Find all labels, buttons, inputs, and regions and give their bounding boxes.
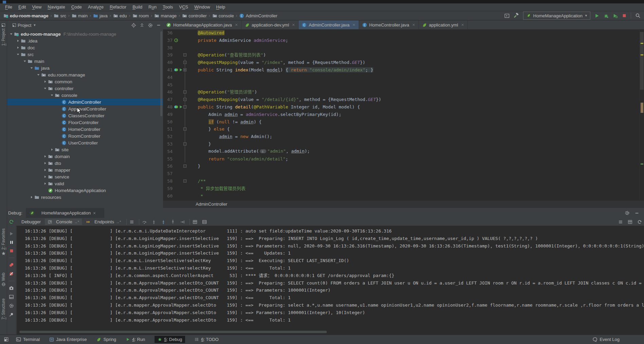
editor-area[interactable]: HomeManageApplication.javaapplication-de… bbox=[163, 20, 644, 208]
run-with-coverage-button[interactable] bbox=[613, 13, 618, 18]
menu-navigate[interactable]: Navigate bbox=[44, 3, 68, 11]
tree-item-.idea[interactable]: .idea bbox=[7, 37, 163, 44]
menu-tools[interactable]: Tools bbox=[160, 3, 176, 11]
gutter[interactable] bbox=[173, 105, 183, 109]
stop-button[interactable] bbox=[622, 13, 627, 18]
tree-item-HomeManageApplication[interactable]: HomeManageApplication bbox=[7, 187, 163, 194]
breadcrumb-item[interactable]: console bbox=[212, 13, 234, 18]
breadcrumb-item[interactable]: edu-room-manage bbox=[3, 13, 48, 18]
statusbar-Spring[interactable]: Spring bbox=[96, 337, 116, 342]
step-over-button[interactable] bbox=[142, 220, 147, 224]
mute-breakpoints-button[interactable] bbox=[9, 271, 14, 276]
statusbar-Java Enterprise[interactable]: Java Enterprise bbox=[49, 337, 87, 342]
close-icon[interactable] bbox=[461, 23, 464, 27]
tree-item-service[interactable]: service bbox=[7, 173, 163, 180]
tree-item-edu.room.manage[interactable]: edu.room.manage bbox=[7, 71, 163, 78]
tree-item-domain[interactable]: domain bbox=[7, 153, 163, 160]
chevron-down-icon[interactable]: ▼ bbox=[33, 23, 36, 27]
tree-item-dto[interactable]: dto bbox=[7, 160, 163, 167]
stripe-mark[interactable] bbox=[641, 164, 643, 165]
build-hammer-icon[interactable] bbox=[514, 13, 519, 18]
editor-tab-HomeManageApplication.java[interactable]: HomeManageApplication.java bbox=[163, 20, 242, 29]
view-table-icon[interactable] bbox=[193, 220, 197, 224]
tree-item-FloorController[interactable]: CFloorController bbox=[7, 119, 163, 126]
breadcrumb-item[interactable]: room bbox=[132, 13, 149, 18]
fold-marker[interactable]: - bbox=[183, 142, 186, 145]
more-options-icon[interactable] bbox=[129, 220, 134, 224]
breadcrumb-item[interactable]: java bbox=[93, 13, 108, 18]
menu-refactor[interactable]: Refactor bbox=[107, 3, 129, 11]
warning-mark[interactable] bbox=[641, 43, 643, 44]
run-config-selector[interactable]: HomeManageApplication ▼ bbox=[523, 12, 590, 20]
menu-code[interactable]: Code bbox=[68, 3, 85, 11]
tree-item-java[interactable]: java bbox=[7, 65, 163, 71]
stop-process-button[interactable] bbox=[9, 248, 14, 253]
statusbar-4: Run[interactable]: 4: Run bbox=[126, 337, 145, 342]
toolwindow-switcher-icon[interactable] bbox=[4, 337, 8, 342]
scroll-to-end-icon[interactable] bbox=[637, 220, 642, 224]
breadcrumb-item[interactable]: controller bbox=[182, 13, 207, 18]
tree-item-resources[interactable]: resources bbox=[7, 194, 163, 201]
console-hscrollbar[interactable] bbox=[19, 331, 327, 333]
breadcrumb-item[interactable]: main bbox=[72, 13, 88, 18]
debug-tab-Debugger[interactable]: Debugger bbox=[19, 219, 43, 225]
debug-tab-Endpoints[interactable]: Endpoints→* bbox=[83, 219, 124, 225]
fold-marker[interactable]: - bbox=[183, 90, 186, 93]
force-step-into-button[interactable] bbox=[161, 220, 166, 224]
stripe-block[interactable] bbox=[641, 103, 643, 113]
restore-layout-button[interactable] bbox=[9, 294, 14, 299]
close-icon[interactable] bbox=[235, 23, 238, 27]
menu-help[interactable]: Help bbox=[213, 3, 228, 11]
settings-button[interactable] bbox=[9, 303, 14, 308]
statusbar-Terminal[interactable]: Terminal bbox=[16, 337, 40, 342]
locate-file-icon[interactable] bbox=[131, 23, 136, 28]
gutter[interactable] bbox=[173, 68, 183, 72]
fold-marker[interactable]: - bbox=[183, 61, 186, 64]
view-layout-icon[interactable] bbox=[202, 220, 207, 224]
editor-tab-application.yml[interactable]: application.yml bbox=[419, 20, 468, 29]
tree-item-edu-room-manage[interactable]: edu-room-manageF:\linshi\edu-room-manage bbox=[7, 31, 163, 37]
close-icon[interactable] bbox=[352, 23, 356, 27]
menu-vcs[interactable]: VCS bbox=[176, 3, 191, 11]
menu-window[interactable]: Window bbox=[191, 3, 213, 11]
fold-marker[interactable]: - bbox=[183, 179, 186, 183]
hide-panel-icon[interactable] bbox=[634, 211, 639, 216]
fold-marker[interactable]: + bbox=[183, 68, 186, 71]
gear-icon[interactable] bbox=[625, 210, 630, 216]
editor-tab-AdminController.java[interactable]: CAdminController.java bbox=[299, 20, 359, 29]
gutter[interactable] bbox=[173, 38, 183, 42]
tree-item-doc[interactable]: doc bbox=[7, 44, 163, 51]
debug-console[interactable]: 16:13:26 [DEBUG] [ ] [e.r.m.c.m.i.Update… bbox=[17, 226, 644, 334]
close-icon[interactable] bbox=[412, 23, 415, 27]
fold-marker[interactable]: - bbox=[183, 165, 186, 168]
menu-build[interactable]: Build bbox=[129, 3, 145, 11]
hide-panel-icon[interactable] bbox=[156, 23, 161, 28]
sidebar-item-web[interactable]: Web bbox=[0, 273, 7, 287]
console-grid-icon[interactable] bbox=[628, 220, 632, 224]
search-everywhere-icon[interactable] bbox=[635, 13, 641, 18]
breadcrumb-item[interactable]: edu bbox=[113, 13, 127, 18]
error-stripe[interactable] bbox=[639, 29, 644, 200]
menu-view[interactable]: View bbox=[29, 3, 44, 11]
tree-item-RoomController[interactable]: CRoomController bbox=[7, 133, 163, 139]
rerun-button[interactable] bbox=[9, 219, 14, 224]
collapse-all-icon[interactable] bbox=[140, 23, 144, 28]
thread-dump-button[interactable] bbox=[9, 286, 14, 291]
close-icon[interactable] bbox=[93, 211, 96, 215]
editor-scrollbar-thumb[interactable] bbox=[640, 32, 644, 90]
fold-marker[interactable]: - bbox=[183, 105, 186, 108]
tree-item-HomeController[interactable]: CHomeController bbox=[7, 126, 163, 133]
breadcrumb-item[interactable]: src bbox=[54, 13, 66, 18]
project-scrollbar[interactable] bbox=[160, 31, 162, 116]
gear-icon[interactable] bbox=[148, 23, 153, 28]
toolwindow-panel-icon[interactable] bbox=[504, 13, 509, 18]
warning-mark[interactable] bbox=[641, 54, 643, 55]
fold-marker[interactable]: - bbox=[183, 53, 186, 56]
tree-item-mapper[interactable]: mapper bbox=[7, 167, 163, 173]
tree-item-main[interactable]: main bbox=[7, 58, 163, 65]
console-lines-icon[interactable] bbox=[618, 220, 623, 224]
resume-button[interactable] bbox=[9, 231, 14, 236]
editor-breadcrumb[interactable]: AdminController bbox=[163, 200, 644, 208]
step-out-button[interactable] bbox=[171, 220, 175, 224]
code-editor[interactable]: 36 @Autowired37 private AdminService adm… bbox=[163, 29, 640, 200]
